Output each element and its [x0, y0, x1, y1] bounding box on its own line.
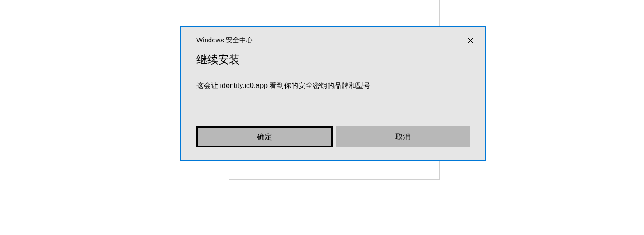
ok-button[interactable]: 确定	[196, 126, 333, 147]
dialog-source-label: Windows 安全中心	[196, 35, 253, 45]
close-button[interactable]	[463, 33, 478, 48]
dialog-button-row: 确定 取消	[196, 126, 470, 147]
dialog-header: Windows 安全中心	[181, 27, 485, 48]
close-icon	[467, 37, 474, 44]
security-dialog: Windows 安全中心 继续安装 这会让 identity.ic0.app 看…	[180, 26, 486, 161]
dialog-title: 继续安装	[181, 48, 485, 67]
cancel-button[interactable]: 取消	[336, 126, 470, 147]
ok-button-label: 确定	[257, 132, 272, 142]
cancel-button-label: 取消	[395, 132, 411, 142]
dialog-message: 这会让 identity.ic0.app 看到你的安全密钥的品牌和型号	[181, 67, 485, 91]
